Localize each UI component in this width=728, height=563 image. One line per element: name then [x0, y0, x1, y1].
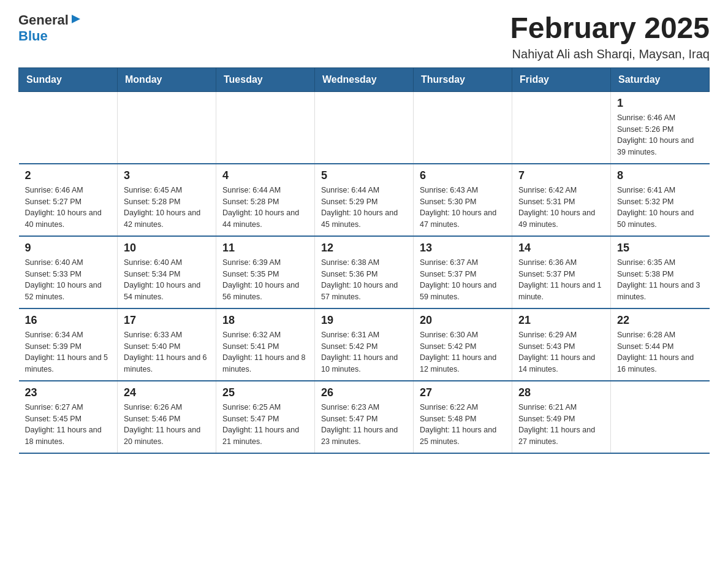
calendar-cell: 22Sunrise: 6:28 AM Sunset: 5:44 PM Dayli… [611, 308, 710, 381]
calendar-cell: 13Sunrise: 6:37 AM Sunset: 5:37 PM Dayli… [414, 236, 512, 308]
day-info: Sunrise: 6:30 AM Sunset: 5:42 PM Dayligh… [420, 329, 506, 375]
day-number: 7 [518, 169, 604, 182]
day-number: 1 [617, 97, 703, 110]
day-number: 17 [124, 314, 210, 327]
calendar-cell: 14Sunrise: 6:36 AM Sunset: 5:37 PM Dayli… [512, 236, 611, 308]
day-number: 14 [518, 242, 604, 255]
calendar-cell: 8Sunrise: 6:41 AM Sunset: 5:32 PM Daylig… [611, 164, 710, 236]
day-info: Sunrise: 6:26 AM Sunset: 5:46 PM Dayligh… [124, 402, 210, 448]
calendar-cell: 20Sunrise: 6:30 AM Sunset: 5:42 PM Dayli… [414, 308, 512, 381]
day-info: Sunrise: 6:34 AM Sunset: 5:39 PM Dayligh… [25, 329, 112, 375]
day-info: Sunrise: 6:46 AM Sunset: 5:26 PM Dayligh… [617, 112, 703, 158]
day-info: Sunrise: 6:35 AM Sunset: 5:38 PM Dayligh… [617, 257, 703, 303]
calendar-cell: 12Sunrise: 6:38 AM Sunset: 5:36 PM Dayli… [315, 236, 414, 308]
day-number: 6 [420, 169, 506, 182]
calendar-cell [19, 91, 118, 164]
title-section: February 2025 Nahiyat Ali ash Sharqi, Ma… [510, 12, 710, 61]
day-number: 26 [321, 386, 407, 399]
calendar-cell [315, 91, 414, 164]
calendar-cell: 17Sunrise: 6:33 AM Sunset: 5:40 PM Dayli… [118, 308, 216, 381]
calendar-cell: 19Sunrise: 6:31 AM Sunset: 5:42 PM Dayli… [315, 308, 414, 381]
day-info: Sunrise: 6:41 AM Sunset: 5:32 PM Dayligh… [617, 185, 703, 231]
day-number: 27 [420, 386, 506, 399]
calendar-cell: 10Sunrise: 6:40 AM Sunset: 5:34 PM Dayli… [118, 236, 216, 308]
day-info: Sunrise: 6:31 AM Sunset: 5:42 PM Dayligh… [321, 329, 407, 375]
day-header-sunday: Sunday [19, 67, 118, 91]
calendar-cell: 26Sunrise: 6:23 AM Sunset: 5:47 PM Dayli… [315, 381, 414, 453]
day-number: 8 [617, 169, 703, 182]
day-info: Sunrise: 6:32 AM Sunset: 5:41 PM Dayligh… [222, 329, 308, 375]
svg-marker-0 [72, 15, 80, 23]
calendar-cell: 24Sunrise: 6:26 AM Sunset: 5:46 PM Dayli… [118, 381, 216, 453]
day-info: Sunrise: 6:39 AM Sunset: 5:35 PM Dayligh… [222, 257, 308, 303]
day-info: Sunrise: 6:37 AM Sunset: 5:37 PM Dayligh… [420, 257, 506, 303]
day-info: Sunrise: 6:23 AM Sunset: 5:47 PM Dayligh… [321, 402, 407, 448]
day-info: Sunrise: 6:38 AM Sunset: 5:36 PM Dayligh… [321, 257, 407, 303]
calendar-cell: 4Sunrise: 6:44 AM Sunset: 5:28 PM Daylig… [216, 164, 315, 236]
day-number: 21 [518, 314, 604, 327]
calendar-week-row: 2Sunrise: 6:46 AM Sunset: 5:27 PM Daylig… [19, 164, 710, 236]
day-header-saturday: Saturday [611, 67, 710, 91]
day-info: Sunrise: 6:22 AM Sunset: 5:48 PM Dayligh… [420, 402, 506, 448]
day-number: 3 [124, 169, 210, 182]
day-info: Sunrise: 6:25 AM Sunset: 5:47 PM Dayligh… [222, 402, 308, 448]
calendar-cell: 23Sunrise: 6:27 AM Sunset: 5:45 PM Dayli… [19, 381, 118, 453]
day-info: Sunrise: 6:44 AM Sunset: 5:28 PM Dayligh… [222, 185, 308, 231]
logo-triangle-icon [70, 13, 82, 27]
calendar-cell [216, 91, 315, 164]
day-number: 12 [321, 242, 407, 255]
calendar-cell [118, 91, 216, 164]
logo: General Blue [18, 12, 82, 44]
main-title: February 2025 [510, 12, 710, 45]
logo-text-blue: Blue [18, 28, 48, 44]
calendar-cell: 16Sunrise: 6:34 AM Sunset: 5:39 PM Dayli… [19, 308, 118, 381]
day-number: 28 [518, 386, 604, 399]
calendar-cell: 7Sunrise: 6:42 AM Sunset: 5:31 PM Daylig… [512, 164, 611, 236]
day-number: 16 [25, 314, 112, 327]
day-number: 20 [420, 314, 506, 327]
calendar-cell: 6Sunrise: 6:43 AM Sunset: 5:30 PM Daylig… [414, 164, 512, 236]
calendar-cell: 28Sunrise: 6:21 AM Sunset: 5:49 PM Dayli… [512, 381, 611, 453]
calendar-cell: 11Sunrise: 6:39 AM Sunset: 5:35 PM Dayli… [216, 236, 315, 308]
day-header-tuesday: Tuesday [216, 67, 315, 91]
day-number: 15 [617, 242, 703, 255]
day-number: 19 [321, 314, 407, 327]
calendar-cell: 5Sunrise: 6:44 AM Sunset: 5:29 PM Daylig… [315, 164, 414, 236]
subtitle: Nahiyat Ali ash Sharqi, Maysan, Iraq [510, 47, 710, 61]
day-number: 5 [321, 169, 407, 182]
day-info: Sunrise: 6:43 AM Sunset: 5:30 PM Dayligh… [420, 185, 506, 231]
calendar-cell: 18Sunrise: 6:32 AM Sunset: 5:41 PM Dayli… [216, 308, 315, 381]
day-number: 11 [222, 242, 308, 255]
calendar-cell [512, 91, 611, 164]
day-number: 4 [222, 169, 308, 182]
day-number: 25 [222, 386, 308, 399]
calendar-cell: 9Sunrise: 6:40 AM Sunset: 5:33 PM Daylig… [19, 236, 118, 308]
calendar-week-row: 23Sunrise: 6:27 AM Sunset: 5:45 PM Dayli… [19, 381, 710, 453]
calendar-cell: 25Sunrise: 6:25 AM Sunset: 5:47 PM Dayli… [216, 381, 315, 453]
calendar-cell: 21Sunrise: 6:29 AM Sunset: 5:43 PM Dayli… [512, 308, 611, 381]
day-number: 10 [124, 242, 210, 255]
day-info: Sunrise: 6:45 AM Sunset: 5:28 PM Dayligh… [124, 185, 210, 231]
day-header-friday: Friday [512, 67, 611, 91]
day-info: Sunrise: 6:27 AM Sunset: 5:45 PM Dayligh… [25, 402, 112, 448]
logo-text-general: General [18, 12, 69, 28]
calendar-cell: 2Sunrise: 6:46 AM Sunset: 5:27 PM Daylig… [19, 164, 118, 236]
calendar-week-row: 1Sunrise: 6:46 AM Sunset: 5:26 PM Daylig… [19, 91, 710, 164]
day-info: Sunrise: 6:28 AM Sunset: 5:44 PM Dayligh… [617, 329, 703, 375]
calendar-cell [611, 381, 710, 453]
day-header-monday: Monday [118, 67, 216, 91]
calendar-header-row: SundayMondayTuesdayWednesdayThursdayFrid… [19, 67, 710, 91]
calendar-week-row: 16Sunrise: 6:34 AM Sunset: 5:39 PM Dayli… [19, 308, 710, 381]
day-info: Sunrise: 6:21 AM Sunset: 5:49 PM Dayligh… [518, 402, 604, 448]
page-header: General Blue February 2025 Nahiyat Ali a… [18, 12, 710, 61]
calendar-week-row: 9Sunrise: 6:40 AM Sunset: 5:33 PM Daylig… [19, 236, 710, 308]
calendar-cell: 27Sunrise: 6:22 AM Sunset: 5:48 PM Dayli… [414, 381, 512, 453]
day-info: Sunrise: 6:29 AM Sunset: 5:43 PM Dayligh… [518, 329, 604, 375]
calendar-cell: 15Sunrise: 6:35 AM Sunset: 5:38 PM Dayli… [611, 236, 710, 308]
day-number: 2 [25, 169, 112, 182]
day-info: Sunrise: 6:36 AM Sunset: 5:37 PM Dayligh… [518, 257, 604, 303]
day-number: 9 [25, 242, 112, 255]
day-number: 24 [124, 386, 210, 399]
day-info: Sunrise: 6:33 AM Sunset: 5:40 PM Dayligh… [124, 329, 210, 375]
day-number: 22 [617, 314, 703, 327]
